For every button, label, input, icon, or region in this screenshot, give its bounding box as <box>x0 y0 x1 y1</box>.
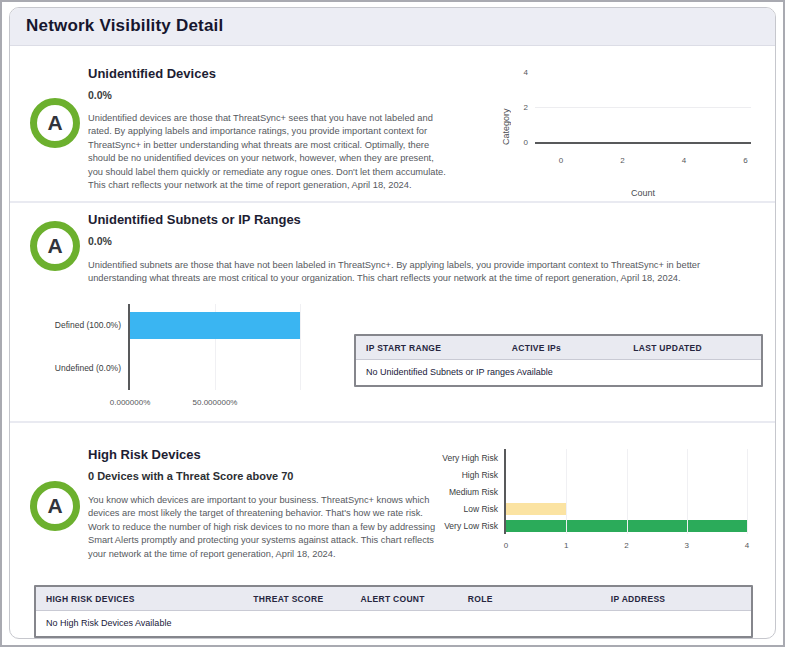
column-header: ROLE <box>458 587 601 610</box>
table-header-row: HIGH RISK DEVICES THREAT SCORE ALERT COU… <box>36 587 751 611</box>
gridline <box>300 304 301 390</box>
gridline <box>627 449 628 534</box>
category-label: Very High Risk <box>446 449 502 466</box>
category-label: High Risk <box>446 466 502 483</box>
subnets-table: IP START RANGE ACTIVE IPs LAST UPDATED N… <box>354 334 763 387</box>
gridline <box>747 449 748 534</box>
y-tick-label: 0 <box>524 138 528 147</box>
column-header: LAST UPDATED <box>623 336 761 359</box>
grade-letter: A <box>47 111 62 135</box>
x-tick-label: 3 <box>685 541 689 550</box>
x-tick-label: 0 <box>504 541 508 550</box>
x-axis-label: Count <box>535 188 751 198</box>
section-title: High Risk Devices <box>88 447 440 462</box>
grade-letter: A <box>47 494 62 518</box>
gridline <box>687 449 688 534</box>
grade-letter: A <box>47 234 62 258</box>
table-row: No High Risk Devices Available <box>36 611 751 636</box>
column-header: THREAT SCORE <box>243 587 350 610</box>
x-tick-label: 0 <box>559 156 563 165</box>
empty-state-message: No Unidentified Subnets or IP ranges Ava… <box>356 360 761 385</box>
y-axis-label: Category <box>501 94 511 160</box>
category-label: Undefined (0.0%) <box>22 347 126 390</box>
grade-badge: A <box>30 98 80 148</box>
x-tick-label: 0.000000% <box>110 398 150 407</box>
section-high-risk-devices: A High Risk Devices 0 Devices with a Thr… <box>10 421 775 638</box>
column-header: IP START RANGE <box>356 336 502 359</box>
bar-defined <box>130 312 300 339</box>
section-title: Unidentified Subnets or IP Ranges <box>88 212 763 227</box>
y-tick-label: 4 <box>524 68 528 77</box>
x-tick-label: 4 <box>745 541 749 550</box>
gridline <box>566 449 567 534</box>
y-tick-label: 2 <box>524 103 528 112</box>
subnets-defined-chart: Defined (100.0%) Undefined (0.0%) 0.0000… <box>22 296 340 416</box>
column-header: ALERT COUNT <box>351 587 458 610</box>
section-description: Unidentified devices are those that Thre… <box>88 112 446 193</box>
high-risk-devices-table: HIGH RISK DEVICES THREAT SCORE ALERT COU… <box>34 585 753 638</box>
table-header-row: IP START RANGE ACTIVE IPs LAST UPDATED <box>356 336 761 360</box>
column-header: HIGH RISK DEVICES <box>36 587 243 610</box>
section-unidentified-devices: A Unidentified Devices 0.0% Unidentified… <box>10 46 775 201</box>
plot-area: 4 2 0 0 2 4 6 <box>535 72 751 144</box>
metric-value: 0.0% <box>88 89 446 101</box>
x-tick-label: 1 <box>564 541 568 550</box>
section-subtitle: 0 Devices with a Threat Score above 70 <box>88 470 440 482</box>
section-title: Unidentified Devices <box>88 66 446 81</box>
grade-badge: A <box>30 481 80 531</box>
grade-badge: A <box>30 221 80 271</box>
page-title: Network Visibility Detail <box>26 16 759 36</box>
metric-value: 0.0% <box>88 235 763 247</box>
plot-area: 0 1 2 3 4 <box>504 449 747 534</box>
risk-levels-chart: Very High Risk High Risk Medium Risk Low… <box>446 441 763 571</box>
category-label: Very Low Risk <box>446 517 502 534</box>
bar-low-risk <box>506 503 566 515</box>
gridline <box>535 107 751 108</box>
x-tick-label: 4 <box>682 156 686 165</box>
report-card: Network Visibility Detail A Unidentified… <box>9 7 776 639</box>
report-header: Network Visibility Detail <box>10 8 775 46</box>
x-tick-label: 50.000000% <box>193 398 238 407</box>
category-label: Defined (100.0%) <box>22 304 126 347</box>
column-header: ACTIVE IPs <box>502 336 624 359</box>
x-tick-label: 6 <box>743 156 747 165</box>
x-tick-label: 2 <box>624 541 628 550</box>
section-description: You know which devices are important to … <box>88 494 440 561</box>
unidentified-devices-chart: Category 4 2 0 0 2 4 6 Count <box>473 52 765 202</box>
x-tick-label: 2 <box>620 156 624 165</box>
screenshot-frame: Network Visibility Detail A Unidentified… <box>0 0 785 647</box>
empty-state-message: No High Risk Devices Available <box>36 611 751 636</box>
section-description: Unidentified subnets are those that have… <box>88 259 743 286</box>
section-unidentified-subnets: A Unidentified Subnets or IP Ranges 0.0%… <box>10 201 775 421</box>
category-label: Medium Risk <box>446 483 502 500</box>
plot-area: 0.000000% 50.000000% <box>128 304 300 390</box>
column-header: IP ADDRESS <box>601 587 751 610</box>
table-row: No Unidentified Subnets or IP ranges Ava… <box>356 360 761 385</box>
category-label: Low Risk <box>446 500 502 517</box>
